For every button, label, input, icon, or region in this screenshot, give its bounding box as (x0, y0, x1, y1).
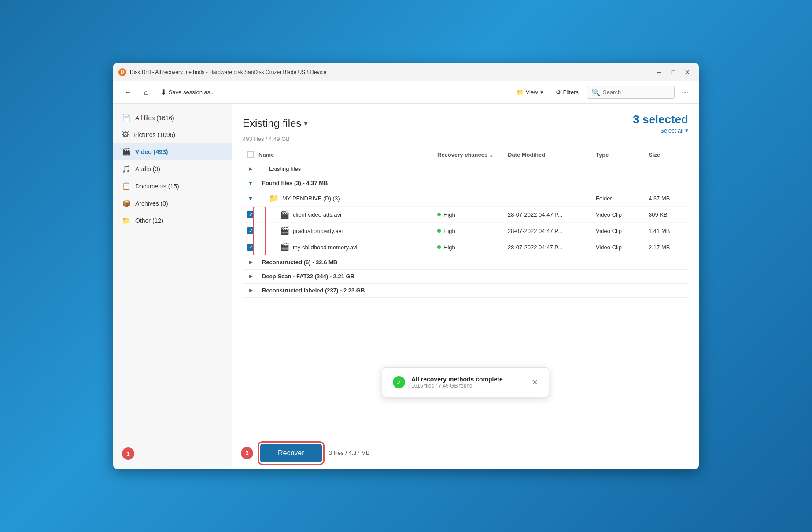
date-column-header: Date Modified (508, 151, 596, 158)
sidebar-item-other-label: Other (12) (135, 217, 163, 224)
name-column-header: Name (258, 151, 437, 158)
sort-icon: ▲ (489, 153, 494, 158)
reconstructed-label: Reconstructed (6) - 32.6 MB (258, 259, 437, 266)
other-icon: 📁 (122, 216, 131, 225)
window-title: Disk Drill - All recovery methods - Hard… (130, 69, 653, 75)
filters-button[interactable]: ⚙ Filters (551, 87, 583, 98)
toast-close-button[interactable]: ✕ (531, 377, 538, 387)
save-icon: ⬇ (161, 88, 166, 96)
file1-date: 28-07-2022 04:47 P... (508, 211, 596, 218)
file1-checkbox[interactable]: ✓ (247, 211, 254, 218)
sidebar-item-all-files[interactable]: 📄 All files (1616) (113, 109, 232, 126)
file-row-3: ✓ 🎬 my childhood memory.avi High 28-07-2… (243, 239, 688, 255)
select-all-label: Select all (660, 127, 683, 134)
file1-recovery: High (437, 211, 508, 218)
recovery-column-header: Recovery chances ▲ (437, 151, 508, 158)
file2-checkbox[interactable]: ✓ (247, 227, 254, 234)
pendrive-type: Folder (596, 195, 649, 202)
sidebar-item-video-label: Video (493) (135, 148, 168, 155)
pendrive-folder-row: ▼ 📁 MY PENDRIVE (D) (3) Folder 4.37 MB (243, 190, 688, 207)
file2-date: 28-07-2022 04:47 P... (508, 228, 596, 234)
sidebar-item-pictures[interactable]: 🖼 Pictures (1096) (113, 126, 232, 143)
bottom-bar: 2 Recover 3 files / 4.37 MB (232, 437, 699, 469)
audio-icon: 🎵 (122, 165, 131, 173)
search-icon: 🔍 (591, 88, 600, 96)
search-input[interactable] (603, 89, 670, 96)
reconstructed-group: ▶ Reconstructed (6) - 32.6 MB (243, 255, 688, 270)
title-chevron-icon[interactable]: ▾ (304, 118, 308, 128)
save-session-button[interactable]: ⬇ Save session as... (156, 86, 220, 99)
content-title-text: Existing files (243, 117, 301, 129)
file3-size: 2.17 MB (649, 244, 688, 251)
sidebar-item-archives-label: Archives (0) (135, 200, 168, 207)
bottom-info: 3 files / 4.37 MB (329, 450, 370, 456)
pendrive-name: 📁 MY PENDRIVE (D) (3) (258, 193, 437, 203)
file3-name: 🎬 my childhood memory.avi (258, 242, 437, 252)
sidebar-item-archives[interactable]: 📦 Archives (0) (113, 195, 232, 212)
pendrive-size: 4.37 MB (649, 195, 688, 202)
toolbar: ← ⌂ ⬇ Save session as... 📁 View ▾ ⚙ Filt… (113, 81, 699, 104)
content-title: Existing files ▾ (243, 117, 308, 129)
recovery-dot-1 (437, 213, 441, 216)
toast-success-icon: ✓ (393, 376, 405, 388)
sidebar-item-video[interactable]: 🎬 Video (493) (113, 143, 232, 160)
home-button[interactable]: ⌂ (140, 86, 153, 99)
toast-text: All recovery methods complete 1616 files… (411, 376, 525, 389)
maximize-button[interactable]: □ (667, 67, 679, 77)
view-button[interactable]: 📁 View ▾ (512, 87, 548, 98)
search-box: 🔍 (587, 86, 675, 99)
sidebar-item-documents-label: Documents (15) (135, 183, 179, 190)
select-all-checkbox[interactable] (247, 151, 254, 158)
selected-count: 3 selected (633, 113, 688, 126)
recovery-dot-2 (437, 229, 441, 233)
file1-type: Video Clip (596, 211, 649, 218)
view-label: View (526, 89, 538, 96)
documents-icon: 📋 (122, 182, 131, 190)
file3-recovery: High (437, 244, 508, 251)
home-icon: ⌂ (144, 89, 148, 96)
minimize-button[interactable]: ─ (653, 67, 665, 77)
avi-icon-2: 🎬 (280, 226, 289, 236)
main-layout: 📄 All files (1616) 🖼 Pictures (1096) 🎬 V… (113, 104, 699, 469)
reconstructed-expand-icon[interactable]: ▶ (249, 259, 252, 265)
file2-size: 1.41 MB (649, 228, 688, 234)
toast-title: All recovery methods complete (411, 376, 525, 383)
sidebar-item-audio[interactable]: 🎵 Audio (0) (113, 160, 232, 177)
found-files-expand-icon[interactable]: ▼ (248, 181, 253, 186)
deep-scan-group: ▶ Deep Scan - FAT32 (244) - 2.21 GB (243, 270, 688, 284)
sidebar-item-other[interactable]: 📁 Other (12) (113, 212, 232, 229)
more-button[interactable]: ··· (678, 86, 692, 99)
folder-icon: 📁 (269, 193, 279, 203)
file2-name: 🎬 graduation party.avi (258, 226, 437, 236)
deep-scan-label: Deep Scan - FAT32 (244) - 2.21 GB (258, 273, 437, 280)
existing-files-label: Existing files (258, 166, 437, 172)
toast-notification: ✓ All recovery methods complete 1616 fil… (382, 367, 549, 397)
archives-icon: 📦 (122, 199, 131, 207)
close-button[interactable]: ✕ (681, 67, 694, 77)
file2-type: Video Clip (596, 228, 649, 234)
content-area: Existing files ▾ 3 selected Select all ▾… (232, 104, 699, 469)
sidebar: 📄 All files (1616) 🖼 Pictures (1096) 🎬 V… (113, 104, 232, 469)
file-row-2: ✓ 🎬 graduation party.avi High 28-07-2022… (243, 223, 688, 239)
select-all-button[interactable]: Select all ▾ (660, 127, 688, 134)
reconstructed-labeled-group: ▶ Reconstructed labeled (237) - 2.23 GB (243, 284, 688, 298)
deep-scan-expand-icon[interactable]: ▶ (249, 273, 252, 279)
reconstructed-labeled-label: Reconstructed labeled (237) - 2.23 GB (258, 287, 437, 294)
back-button[interactable]: ← (120, 86, 136, 99)
save-session-label: Save session as... (169, 89, 215, 96)
app-icon: D (118, 68, 126, 76)
table-header: Name Recovery chances ▲ Date Modified Ty… (243, 148, 688, 162)
sidebar-item-documents[interactable]: 📋 Documents (15) (113, 177, 232, 195)
select-all-chevron-icon: ▾ (685, 127, 688, 134)
file1-size: 809 KB (649, 211, 688, 218)
file3-checkbox[interactable]: ✓ (247, 244, 254, 251)
content-wrapper: Name Recovery chances ▲ Date Modified Ty… (232, 148, 699, 437)
recover-button[interactable]: Recover (260, 444, 322, 462)
expand-icon[interactable]: ▶ (249, 166, 252, 172)
reconstructed-labeled-expand-icon[interactable]: ▶ (249, 288, 252, 293)
pendrive-expand-icon[interactable]: ▼ (248, 195, 254, 202)
file1-name: 🎬 client video ads.avi (258, 210, 437, 219)
toast-subtitle: 1616 files / 7.49 GB found (411, 383, 525, 389)
view-chevron-icon: ▾ (540, 89, 543, 96)
recovery-dot-3 (437, 245, 441, 249)
